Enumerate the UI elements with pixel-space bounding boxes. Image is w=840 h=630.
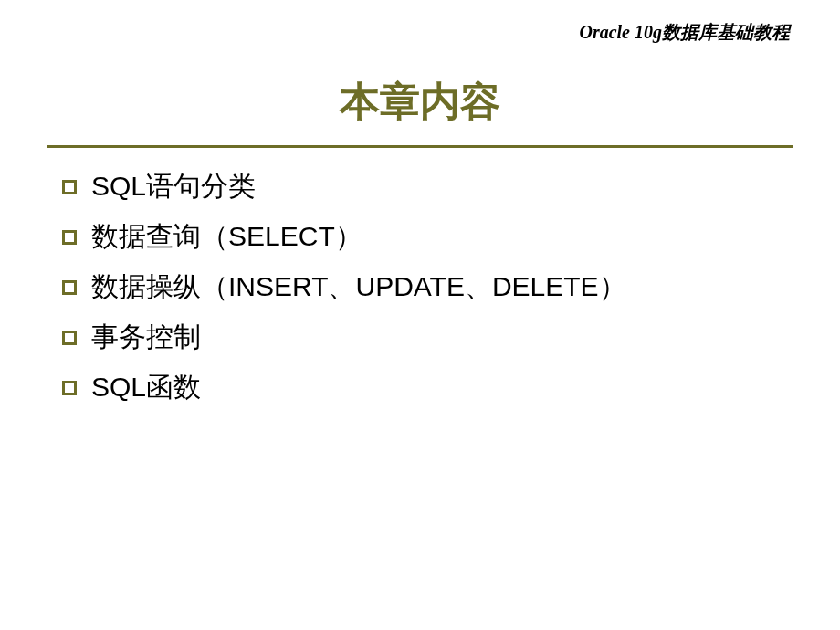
title-divider bbox=[47, 145, 793, 148]
list-item: 数据操纵（INSERT、UPDATE、DELETE） bbox=[62, 268, 840, 306]
list-item-text: SQL函数 bbox=[91, 369, 201, 406]
list-item: 数据查询（SELECT） bbox=[62, 218, 840, 256]
square-bullet-icon bbox=[62, 180, 77, 194]
page-title: 本章内容 bbox=[0, 75, 840, 129]
list-item-text: 数据查询（SELECT） bbox=[91, 218, 362, 256]
content-list: SQL语句分类 数据查询（SELECT） 数据操纵（INSERT、UPDATE、… bbox=[62, 168, 840, 406]
square-bullet-icon bbox=[62, 331, 77, 345]
square-bullet-icon bbox=[62, 230, 77, 245]
square-bullet-icon bbox=[62, 381, 77, 395]
header-text: Oracle 10g数据库基础教程 bbox=[579, 20, 790, 45]
list-item: 事务控制 bbox=[62, 319, 840, 356]
list-item-text: SQL语句分类 bbox=[91, 168, 256, 205]
square-bullet-icon bbox=[62, 280, 77, 295]
list-item: SQL语句分类 bbox=[62, 168, 840, 205]
list-item: SQL函数 bbox=[62, 369, 840, 406]
list-item-text: 数据操纵（INSERT、UPDATE、DELETE） bbox=[91, 268, 626, 306]
list-item-text: 事务控制 bbox=[91, 319, 201, 356]
